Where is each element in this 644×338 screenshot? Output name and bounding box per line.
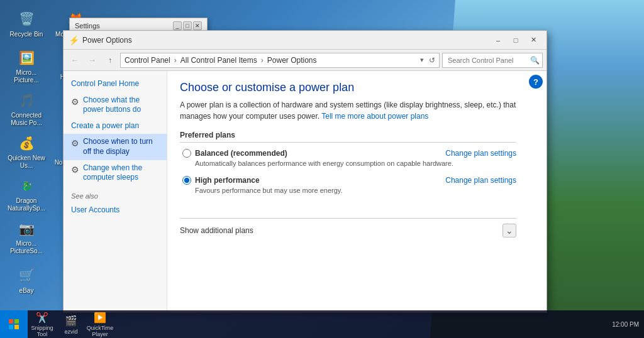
forward-button[interactable]: →	[85, 53, 100, 68]
help-button[interactable]: ?	[529, 75, 543, 89]
svg-rect-0	[9, 319, 13, 324]
settings-title: Settings	[75, 22, 100, 30]
desktop-icon-quicken[interactable]: 💰 Quicken New Us...	[3, 131, 50, 172]
nav-label-user-accounts: User Accounts	[71, 205, 119, 215]
breadcrumb-all-control-panel-items[interactable]: All Control Panel Items	[180, 56, 257, 65]
desktop-icon-ebay[interactable]: 🛒 eBay	[3, 259, 50, 300]
search-icon: 🔍	[530, 56, 540, 65]
plan-high-performance-radio-label[interactable]: High performance	[182, 176, 260, 185]
breadcrumb-power-options[interactable]: Power Options	[267, 56, 317, 65]
nav-label-control-panel-home: Control Panel Home	[71, 79, 139, 89]
tell-me-more-link[interactable]: Tell me more about power plans	[321, 112, 428, 121]
plan-high-performance-change-link[interactable]: Change plan settings	[445, 176, 516, 185]
plan-balanced-radio[interactable]	[182, 149, 191, 158]
nav-label-turn-off-display: Choose when to turn off the display	[83, 137, 159, 156]
breadcrumb-dropdown-button[interactable]: ▾	[420, 56, 424, 64]
plan-high-performance-name: High performance	[195, 176, 260, 185]
nav-item-user-accounts[interactable]: User Accounts	[64, 202, 167, 219]
power-options-minimize-button[interactable]: –	[490, 34, 506, 46]
page-title: Choose or customise a power plan	[180, 81, 516, 94]
taskbar-time: 12:00 PM	[612, 321, 639, 328]
power-options-titlebar-icon: ⚡	[69, 35, 79, 45]
svg-rect-2	[9, 325, 13, 329]
taskbar-icons: ✂️ SnippingTool 🎬 ezvid ▶️ QuickTimePlay…	[28, 310, 612, 338]
nav-icon-computer-sleeps: ⚙	[71, 164, 79, 175]
power-content: Control Panel Home ⚙ Choose what the pow…	[64, 71, 547, 312]
taskbar-right-area: 12:00 PM	[612, 321, 644, 328]
show-additional-label: Show additional plans	[180, 226, 253, 235]
desktop-icon-microsoft-pictures[interactable]: 🖼️ Micro... Picture...	[3, 45, 50, 87]
show-additional-expand-button[interactable]: ⌄	[502, 224, 516, 237]
nav-label-create-plan: Create a power plan	[71, 121, 139, 131]
windows-logo-icon	[8, 319, 19, 330]
nav-item-create-plan[interactable]: Create a power plan	[64, 118, 167, 134]
plan-item-balanced: Balanced (recommended) Change plan setti…	[180, 149, 516, 167]
settings-win-controls: _ □ ✕	[173, 21, 202, 30]
see-also-label: See also	[64, 186, 167, 202]
show-additional-plans[interactable]: Show additional plans ⌄	[180, 218, 516, 237]
svg-rect-3	[14, 325, 19, 329]
taskbar: ✂️ SnippingTool 🎬 ezvid ▶️ QuickTimePlay…	[0, 310, 644, 338]
breadcrumb-path: Control Panel › All Control Panel Items …	[120, 53, 440, 68]
settings-close-button[interactable]: ✕	[193, 21, 202, 30]
plan-item-high-performance: High performance Change plan settings Fa…	[180, 176, 516, 194]
desktop-icon-dragon[interactable]: 🐉 Dragon NaturallySp...	[3, 173, 50, 215]
power-options-maximize-button[interactable]: □	[508, 34, 524, 46]
plan-balanced-name: Balanced (recommended)	[195, 149, 287, 158]
nav-icon-turn-off-display: ⚙	[71, 138, 79, 149]
plan-balanced-desc: Automatically balances performance with …	[195, 160, 516, 167]
taskbar-icon-ezvid[interactable]: 🎬 ezvid	[57, 310, 86, 338]
power-options-titlebar: ⚡ Power Options – □ ✕	[64, 31, 547, 50]
desktop-icon-recycle-bin[interactable]: 🗑️ Recycle Bin	[3, 3, 50, 44]
address-bar: ← → ↑ Control Panel › All Control Panel …	[64, 50, 547, 71]
nav-label-computer-sleeps: Change when the computer sleeps	[83, 163, 159, 183]
desktop-icons-container: 🗑️ Recycle Bin 🖼️ Micro... Picture... 🎵 …	[0, 0, 60, 310]
refresh-button[interactable]: ↺	[429, 56, 435, 65]
taskbar-icon-quicktime[interactable]: ▶️ QuickTimePlayer	[86, 310, 114, 338]
spacer	[180, 203, 516, 213]
settings-minimize-button[interactable]: _	[173, 21, 182, 30]
desktop: 🗑️ Recycle Bin 🖼️ Micro... Picture... 🎵 …	[0, 0, 644, 338]
page-description: A power plan is a collection of hardware…	[180, 99, 516, 122]
desktop-icon-connected-music[interactable]: 🎵 Connected Music Po...	[3, 88, 50, 129]
nav-item-turn-off-display[interactable]: ⚙ Choose when to turn off the display	[64, 134, 167, 160]
nav-item-power-buttons[interactable]: ⚙ Choose what the power buttons do	[64, 92, 167, 118]
plan-balanced-change-link[interactable]: Change plan settings	[445, 149, 516, 158]
nav-item-control-panel-home[interactable]: Control Panel Home	[64, 76, 167, 92]
settings-maximize-button[interactable]: □	[183, 21, 192, 30]
power-options-window: ⚡ Power Options – □ ✕ ← → ↑ Control Pane…	[63, 30, 547, 313]
plan-balanced-radio-label[interactable]: Balanced (recommended)	[182, 149, 287, 158]
svg-rect-1	[14, 319, 19, 324]
nav-icon-power-buttons: ⚙	[71, 96, 79, 107]
power-options-win-controls: – □ ✕	[490, 34, 541, 46]
nav-label-power-buttons: Choose what the power buttons do	[83, 95, 159, 115]
start-button[interactable]	[0, 310, 28, 338]
power-options-close-button[interactable]: ✕	[525, 34, 541, 46]
preferred-plans-header: Preferred plans	[180, 131, 516, 143]
desktop-icon-micro-pictures2[interactable]: 📷 Micro... PictureSo...	[3, 216, 50, 258]
plan-high-performance-desc: Favours performance but may use more ene…	[195, 187, 516, 194]
search-box: 🔍	[442, 53, 543, 68]
nav-panel: Control Panel Home ⚙ Choose what the pow…	[64, 71, 167, 312]
preferred-plans-label: Preferred plans	[180, 131, 235, 139]
breadcrumb-control-panel[interactable]: Control Panel	[125, 56, 170, 65]
search-input[interactable]	[448, 57, 530, 64]
right-panel: Choose or customise a power plan A power…	[167, 71, 529, 312]
back-button[interactable]: ←	[67, 53, 82, 68]
power-options-title: Power Options	[82, 36, 132, 45]
nav-item-computer-sleeps[interactable]: ⚙ Change when the computer sleeps	[64, 160, 167, 186]
plan-high-performance-radio[interactable]	[182, 176, 191, 185]
taskbar-icon-snipping-tool[interactable]: ✂️ SnippingTool	[28, 310, 57, 338]
up-button[interactable]: ↑	[103, 53, 118, 68]
